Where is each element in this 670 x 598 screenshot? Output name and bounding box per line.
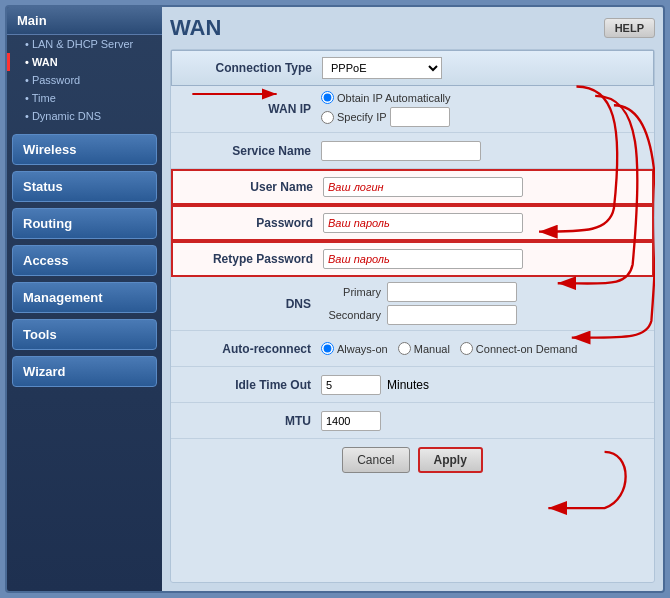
mtu-row: MTU 1400 xyxy=(171,403,654,439)
password-label: Password xyxy=(183,216,323,230)
sidebar-item-routing[interactable]: Routing xyxy=(12,208,157,239)
dns-primary-line: Primary xyxy=(321,282,517,302)
service-name-row: Service Name xyxy=(171,133,654,169)
sidebar-item-password[interactable]: • Password xyxy=(7,71,162,89)
dns-control: Primary Secondary xyxy=(321,282,644,325)
manual-label: Manual xyxy=(414,343,450,355)
retype-password-row: Retype Password Ваш пароль xyxy=(171,241,654,277)
specify-ip-label: Specify IP xyxy=(337,111,387,123)
user-name-input[interactable]: Ваш логин xyxy=(323,177,523,197)
always-on-radio[interactable] xyxy=(321,342,334,355)
wan-form-panel: Connection Type PPPoE DHCP Static IP WAN… xyxy=(170,49,655,583)
wan-ip-label: WAN IP xyxy=(181,102,321,116)
sidebar-item-wireless[interactable]: Wireless xyxy=(12,134,157,165)
specify-ip-input[interactable] xyxy=(390,107,450,127)
connect-on-demand-radio[interactable] xyxy=(460,342,473,355)
specify-ip-radio[interactable] xyxy=(321,111,334,124)
idle-timeout-row: Idle Time Out 5 Minutes xyxy=(171,367,654,403)
idle-timeout-input[interactable]: 5 xyxy=(321,375,381,395)
sidebar-item-status[interactable]: Status xyxy=(12,171,157,202)
wan-ip-control: Obtain IP Automatically Specify IP xyxy=(321,91,644,127)
obtain-ip-radio[interactable] xyxy=(321,91,334,104)
dns-primary-input[interactable] xyxy=(387,282,517,302)
connection-type-select[interactable]: PPPoE DHCP Static IP xyxy=(322,57,442,79)
minutes-label: Minutes xyxy=(387,378,429,392)
user-name-label: User Name xyxy=(183,180,323,194)
apply-button[interactable]: Apply xyxy=(418,447,483,473)
manual-radio[interactable] xyxy=(398,342,411,355)
service-name-input[interactable] xyxy=(321,141,481,161)
dns-secondary-line: Secondary xyxy=(321,305,517,325)
connection-type-label: Connection Type xyxy=(182,61,322,75)
sidebar-item-lan-dhcp[interactable]: • LAN & DHCP Server xyxy=(7,35,162,53)
always-on-label: Always-on xyxy=(337,343,388,355)
sidebar-item-tools[interactable]: Tools xyxy=(12,319,157,350)
specify-ip-option: Specify IP xyxy=(321,107,451,127)
button-row: Cancel Apply xyxy=(171,439,654,481)
dns-group: Primary Secondary xyxy=(321,282,517,325)
service-name-control xyxy=(321,141,644,161)
sidebar-item-wan[interactable]: • WAN xyxy=(7,53,162,71)
main-content: WAN HELP Connection Type PPPoE DHCP Stat… xyxy=(162,7,663,591)
connect-on-demand-label: Connect-on Demand xyxy=(476,343,578,355)
sidebar-item-management[interactable]: Management xyxy=(12,282,157,313)
auto-reconnect-options: Always-on Manual Connect-on Demand xyxy=(321,342,577,355)
retype-password-control: Ваш пароль xyxy=(323,249,642,269)
idle-timeout-control: 5 Minutes xyxy=(321,375,644,395)
dns-secondary-input[interactable] xyxy=(387,305,517,325)
sidebar: Main • LAN & DHCP Server • WAN • Passwor… xyxy=(7,7,162,591)
user-name-row: User Name Ваш логин xyxy=(171,169,654,205)
wan-ip-options: Obtain IP Automatically Specify IP xyxy=(321,91,451,127)
auto-reconnect-label: Auto-reconnect xyxy=(181,342,321,356)
always-on-option: Always-on xyxy=(321,342,388,355)
manual-option: Manual xyxy=(398,342,450,355)
password-control: Ваш пароль xyxy=(323,213,642,233)
dns-primary-label: Primary xyxy=(321,286,381,298)
dns-secondary-label: Secondary xyxy=(321,309,381,321)
user-name-control: Ваш логин xyxy=(323,177,642,197)
sidebar-item-dynamic-dns[interactable]: • Dynamic DNS xyxy=(7,107,162,125)
password-row: Password Ваш пароль xyxy=(171,205,654,241)
obtain-ip-option: Obtain IP Automatically xyxy=(321,91,451,104)
help-button[interactable]: HELP xyxy=(604,18,655,38)
sidebar-main-title: Main xyxy=(7,7,162,35)
page-title: WAN xyxy=(170,15,221,41)
connection-type-row: Connection Type PPPoE DHCP Static IP xyxy=(171,50,654,86)
obtain-ip-label: Obtain IP Automatically xyxy=(337,92,451,104)
service-name-label: Service Name xyxy=(181,144,321,158)
mtu-control: 1400 xyxy=(321,411,644,431)
wan-ip-row: WAN IP Obtain IP Automatically Specify I… xyxy=(171,86,654,133)
mtu-label: MTU xyxy=(181,414,321,428)
connect-on-demand-option: Connect-on Demand xyxy=(460,342,578,355)
sidebar-item-access[interactable]: Access xyxy=(12,245,157,276)
auto-reconnect-row: Auto-reconnect Always-on Manual xyxy=(171,331,654,367)
sidebar-item-time[interactable]: • Time xyxy=(7,89,162,107)
sidebar-item-wizard[interactable]: Wizard xyxy=(12,356,157,387)
retype-password-input[interactable]: Ваш пароль xyxy=(323,249,523,269)
password-input[interactable]: Ваш пароль xyxy=(323,213,523,233)
idle-timeout-label: Idle Time Out xyxy=(181,378,321,392)
connection-type-control: PPPoE DHCP Static IP xyxy=(322,57,643,79)
page-header: WAN HELP xyxy=(170,15,655,41)
auto-reconnect-control: Always-on Manual Connect-on Demand xyxy=(321,342,644,355)
dns-label: DNS xyxy=(181,297,321,311)
dns-row: DNS Primary Secondary xyxy=(171,277,654,331)
form-panel-wrapper: Connection Type PPPoE DHCP Static IP WAN… xyxy=(170,49,655,583)
mtu-input[interactable]: 1400 xyxy=(321,411,381,431)
retype-password-label: Retype Password xyxy=(183,252,323,266)
cancel-button[interactable]: Cancel xyxy=(342,447,409,473)
